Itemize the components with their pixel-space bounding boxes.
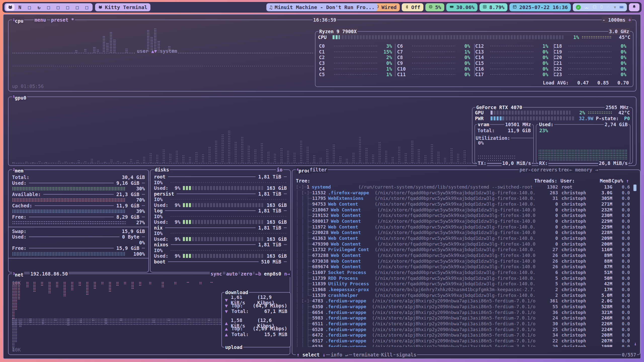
status-bar: N □ ↻ □ □ □ □ □ Kitty Terminal ♫ Minuit …: [3, 2, 641, 13]
col-threads[interactable]: Threads:: [534, 178, 557, 184]
clock-widget[interactable]: 2025-07-22 16:36: [509, 3, 571, 11]
workspace-5[interactable]: □: [44, 4, 53, 11]
select-control-bottom[interactable]: ↑ select ↓: [296, 351, 326, 358]
memory-box-title: 2mem: [12, 166, 24, 174]
workspace-8[interactable]: □: [73, 4, 82, 11]
system-tray: ✓ ▼: [573, 3, 627, 11]
media-player-widget[interactable]: ♫ Minuit Machine - Don't Run Fro...: [266, 3, 378, 11]
process-row[interactable]: │ │ └─ 11539crashhelper(/nix/store/fqadd…: [296, 292, 630, 298]
process-row[interactable]: │ │ ├─ 11968.keepassxc-prox(/nix/store/b…: [296, 287, 630, 292]
vram-used-value: 2,74 GiB: [604, 121, 628, 128]
process-row[interactable]: │ [-]─4783.ferdium-wrappe(/nix/store/a1p…: [296, 298, 630, 304]
process-row[interactable]: │ │ ├─ 11795WebExtensions(/nix/store/fqa…: [296, 195, 630, 201]
core-row: C110%: [396, 72, 474, 77]
process-scrollbar-thumb[interactable]: [633, 185, 636, 191]
process-row[interactable]: │ │ ├─ 219152Web Content(/nix/store/fqad…: [296, 212, 630, 218]
sync-toggle[interactable]: sync: [210, 270, 223, 277]
keyboard-icon[interactable]: [619, 4, 624, 10]
menu-button[interactable]: menu: [34, 17, 47, 23]
workspace-6[interactable]: □: [54, 4, 62, 11]
core-row: C200%: [552, 55, 631, 60]
process-row[interactable]: │ │ ├─ 6517.ferdium-wrappe(/nix/store/a1…: [296, 338, 630, 344]
filter-button[interactable]: filter: [309, 166, 328, 173]
preset-button[interactable]: preset *: [50, 17, 75, 23]
process-row[interactable]: │ │ ├─ 218067Web Content(/nix/store/fqad…: [296, 207, 630, 213]
workspace-9[interactable]: □: [83, 4, 91, 11]
workspace-7[interactable]: □: [63, 4, 72, 11]
interface-switcher[interactable]: ←b enp8s0 n→: [255, 270, 291, 277]
disk-widget[interactable]: 8.79%: [479, 3, 507, 11]
auto-toggle[interactable]: auto: [225, 270, 238, 277]
process-row[interactable]: │ │ ├─ 673288Web Content(/nix/store/fqad…: [296, 252, 630, 258]
process-row[interactable]: │ [-]─11532.firefox-wrappe(/nix/store/fq…: [296, 190, 630, 196]
process-row[interactable]: │ │ ├─ 479390Web Content(/nix/store/fqad…: [296, 241, 630, 247]
signals-button[interactable]: signals: [395, 351, 417, 358]
process-row[interactable]: │ │ ├─ 580017Web Content(/nix/store/fqad…: [296, 218, 630, 224]
workspace-3[interactable]: □: [25, 4, 34, 11]
process-row[interactable]: │ │ ├─ 6520.ferdium-wrappe(/nix/store/a1…: [296, 327, 630, 332]
workspace-neovim[interactable]: N: [16, 4, 24, 11]
process-row[interactable]: │ │ ├─ 11839Utility Process(/nix/store/f…: [296, 281, 630, 287]
core-row: C22%: [318, 55, 396, 60]
col-memb[interactable]: MemB: [590, 178, 611, 184]
core-row: C80%: [396, 55, 474, 60]
process-row[interactable]: │ │ ├─ 673038Web Content(/nix/store/fqad…: [296, 258, 630, 264]
cpu-history-graph: user ▲▼ system: [12, 35, 314, 78]
process-row[interactable]: │ │ ├─ 11972Web Content(/nix/store/fqadd…: [296, 224, 630, 230]
process-row[interactable]: │ │ ├─ 11739RDD Process(/nix/store/fqadd…: [296, 275, 630, 281]
empty-square-icon: □: [57, 5, 59, 10]
process-row[interactable]: │ │ ├─ 220028Web Content(/nix/store/fqad…: [296, 230, 630, 235]
workspace-switcher: N □ ↻ □ □ □ □ □: [5, 3, 93, 11]
core-row: C170%: [474, 72, 552, 77]
process-row[interactable]: │ │ ├─ 6350.ferdium-wrappe(/nix/store/a1…: [296, 304, 630, 309]
selection-counter: 0/557: [621, 351, 637, 358]
cpu-widget[interactable]: 5%: [425, 3, 444, 11]
calendar-icon: [512, 4, 517, 10]
empty-square-icon: □: [76, 5, 78, 10]
kitty-terminal-window: 1cpu menu preset * 16:36:59 - 1000ms + u…: [3, 14, 641, 359]
process-row[interactable]: │ │ ├─ 6472.ferdium-wrappe(/nix/store/a1…: [296, 332, 630, 338]
status-ok-icon[interactable]: ✓: [576, 5, 581, 10]
core-row: C130%: [474, 49, 552, 55]
disk-io-row: IO%: [150, 180, 290, 186]
notification-widget[interactable]: [629, 3, 639, 11]
disk-used-row: Used:9%163 GiB: [150, 236, 290, 242]
process-row[interactable]: │ │ ├─ 11607Socket Process(/nix/store/fq…: [296, 269, 630, 275]
info-button[interactable]: info ↵: [330, 351, 349, 358]
mustache-icon[interactable]: [584, 4, 589, 10]
disk-io-row: IO%: [150, 197, 290, 202]
cpu-box: 1cpu menu preset * 16:36:59 - 1000ms + u…: [8, 20, 636, 92]
io-mode-toggle[interactable]: io: [276, 166, 283, 173]
upload-title: upload: [224, 344, 243, 350]
process-row[interactable]: │ │ ├─ 41363Web Content(/nix/store/fqadd…: [296, 235, 630, 241]
terminate-button[interactable]: terminate: [352, 351, 380, 358]
memory-widget[interactable]: 30.06%: [446, 3, 477, 11]
workspace-4[interactable]: ↻: [35, 4, 43, 11]
kill-button[interactable]: Kill: [380, 351, 393, 358]
phone-icon[interactable]: [600, 4, 603, 10]
bluetooth-widget[interactable]: Off: [402, 3, 423, 11]
key-icon[interactable]: [607, 4, 611, 10]
process-row[interactable]: │ │ ├─ 6654.ferdium-wrappe(/nix/store/a1…: [296, 309, 630, 315]
download-stat-row: ▼ 1,61 KiB/s(12,9 Kibps): [222, 297, 290, 303]
swap-used-meter: 0%: [9, 240, 148, 246]
process-row[interactable]: │ │ ├─ 6511.ferdium-wrappe(/nix/store/a1…: [296, 321, 630, 327]
process-row[interactable]: │ │ ├─ 94753Web Content(/nix/store/fqadd…: [296, 201, 630, 207]
window-icon[interactable]: [592, 4, 597, 10]
process-row[interactable]: │ │ ├─ 11732Privileged Cont(/nix/store/f…: [296, 247, 630, 252]
col-cpu[interactable]: Cpu% ↑: [611, 178, 629, 184]
process-row[interactable]: │ │ ├─ 6536.ferdium-wrappe(/nix/store/a1…: [296, 344, 630, 347]
sort-column-switcher[interactable]: ← memory →: [569, 166, 599, 173]
ram-icon: [449, 4, 454, 10]
update-interval-control[interactable]: - 1000ms +: [602, 17, 632, 23]
workspace-kitty[interactable]: [6, 4, 15, 11]
zero-toggle[interactable]: zero: [240, 270, 253, 277]
shield-icon[interactable]: ▼: [614, 5, 616, 10]
gpu-clock: 2565 MHz: [605, 104, 629, 111]
process-row[interactable]: [-]─1systemd(/run/current-system/systemd…: [296, 184, 630, 190]
vram-used-label: Used:: [538, 121, 554, 128]
col-user[interactable]: User:: [557, 178, 590, 184]
process-row[interactable]: │ │ ├─ 5983.ferdium-wrappe(/nix/store/a1…: [296, 315, 630, 321]
process-row[interactable]: │ │ ├─ 689674Web Content(/nix/store/fqad…: [296, 264, 630, 269]
scroll-down-icon[interactable]: ↓: [634, 341, 637, 346]
